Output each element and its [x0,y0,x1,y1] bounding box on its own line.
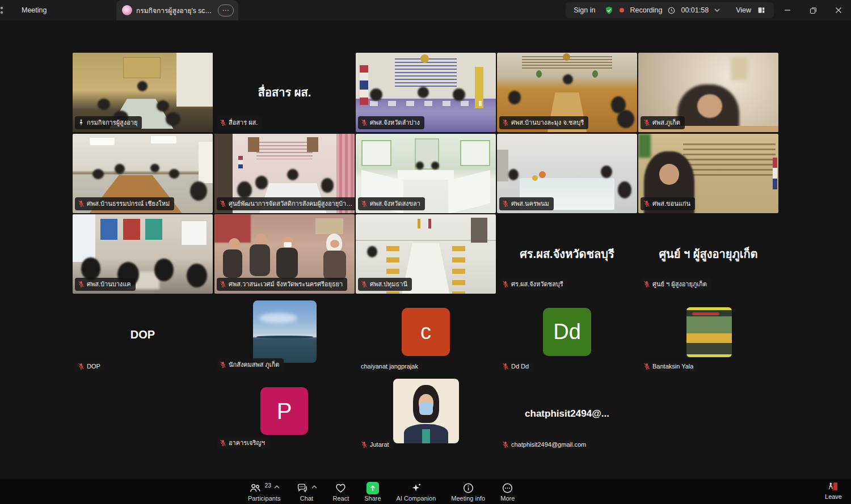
text-tile-suesan-phos[interactable]: สื่อสาร ผส. สื่อสาร ผส. [214,53,355,132]
avatar-tile-bantaksin[interactable]: Bantaksin Yala [638,295,778,374]
chat-button[interactable]: Chat [296,482,317,502]
meeting-toolbar: 23 Participants Chat [0,479,851,504]
participant-label: Jutarat [358,440,394,450]
view-button[interactable]: View [736,6,751,14]
participant-label: ศพส.วาสนะเวศม์ จังหวัดพระนครศรีอยุธยา [217,278,347,291]
participant-name: ศูนย์พัฒนาการจัดสวัสดิการสังคมผู้สูงอายุ… [229,198,353,209]
minimize-button[interactable] [775,0,801,20]
mic-muted-icon [78,363,85,370]
text-tile-dop[interactable]: DOP DOP [73,295,213,374]
video-tile-khon-kaen[interactable]: ศพส.ขอนแก่น [638,134,778,213]
meeting-tab[interactable]: Meeting [22,0,47,20]
avatar-tile-dd[interactable]: Dd Dd Dd [497,295,637,374]
video-tile-banglamung[interactable]: ศพส.บ้านบางละมุง จ.ชลบุรี [497,53,637,132]
participant-label: chaiyanat jangprajak [358,362,423,371]
share-button[interactable]: Share [364,482,381,502]
video-tile-songkhla[interactable]: ศพส.จังหวัดสงขลา [356,134,496,213]
view-layout-icon[interactable] [757,6,766,15]
participants-button[interactable]: 23 Participants [248,482,280,502]
maximize-button[interactable] [801,0,826,20]
video-tile-lampang[interactable]: ศพส.จังหวัดลำปาง [356,53,496,132]
participant-name: นักสังคมสพส ภูเก็ต [229,359,279,370]
react-label: React [332,495,349,502]
more-button[interactable]: More [500,482,515,502]
participant-name: กรมกิจการผู้สูงอายุ [87,117,137,128]
text-tile-phuket-center[interactable]: ศูนย์ ฯ ผู้สูงอายุภูเก็ต ศูนย์ ฯ ผู้สูงอ… [638,214,778,294]
participant-label: ศพส.จังหวัดสงขลา [358,197,425,210]
text-tile-chonburi[interactable]: ศร.ผส.จังหวัดชลบุรี ศร.ผส.จังหวัดชลบุรี [497,214,637,294]
avatar-tile-jutarat[interactable]: Jutarat [356,375,496,452]
mic-muted-icon [78,281,85,287]
leave-door-icon [827,480,840,493]
mic-muted-icon [643,200,650,207]
video-tile-buriram[interactable]: ศูนย์พัฒนาการจัดสวัสดิการสังคมผู้สูงอายุ… [214,134,355,213]
recording-dot-icon [620,8,624,12]
chat-chevron-icon[interactable] [311,485,317,489]
title-bar: Meeting กรมกิจการผู้สูงอายุ's screen ⋯ S… [0,0,851,20]
letter-avatar: c [402,308,450,356]
video-tile-phuket[interactable]: ศพส.ภูเก็ต [638,53,778,132]
participant-label: ศพส.ขอนแก่น [641,197,695,210]
screen-share-tab[interactable]: กรมกิจการผู้สูงอายุ's screen ⋯ [116,0,238,20]
heart-icon [334,482,347,494]
video-tile-krom-kitjakan[interactable]: กรมกิจการผู้สูงอายุ [73,53,213,132]
pin-icon [78,119,85,126]
participant-label: ศพส.บ้านธรรมปกรณ์ เชียงใหม่ [75,197,174,210]
ai-companion-button[interactable]: AI Companion [397,482,436,502]
participants-chevron-icon[interactable] [274,485,280,489]
window-controls [775,0,851,20]
screen-share-avatar [122,5,132,15]
participant-label: อาคารเจริญฯ [217,437,269,450]
avatar-tile-chaiyanat[interactable]: c chaiyanat jangprajak [356,295,496,374]
participants-icon [248,482,262,494]
participant-name: Bantaksin Yala [652,363,693,370]
mic-muted-icon [220,281,226,287]
tab-options-icon[interactable]: ⋯ [218,5,234,16]
mic-muted-icon [361,119,368,126]
video-tile-banbangkhae[interactable]: ศพส.บ้านบางแค [73,214,213,294]
participant-label: Dd Dd [499,362,533,371]
text-tile-chatphisit[interactable]: chatphisit2494@... chatphisit2494@gmail.… [497,375,637,452]
profile-photo-sea [253,300,317,363]
react-button[interactable]: React [332,482,349,502]
avatar-tile-naksangkhom-phuket[interactable]: นักสังคมสพส ภูเก็ต [214,295,355,374]
participant-label: ศพส.ภูเก็ต [641,116,685,129]
meeting-info-button[interactable]: Meeting info [451,482,485,502]
letter-avatar: Dd [543,308,591,356]
mic-muted-icon [361,441,368,448]
recording-label[interactable]: Recording [630,6,662,14]
participant-name: ศพส.บ้านธรรมปกรณ์ เชียงใหม่ [87,198,170,209]
mic-muted-icon [502,441,509,448]
video-tile-pathum-thani[interactable]: ศพส.ปทุมธานี [356,214,496,294]
video-tile-ayutthaya[interactable]: ศพส.วาสนะเวศม์ จังหวัดพระนครศรีอยุธยา [214,214,355,294]
mic-muted-icon [502,363,509,370]
participant-name: ศพส.ภูเก็ต [652,117,680,128]
avatar-letter: c [420,320,431,344]
participants-count: 23 [264,482,271,489]
participant-name: ศพส.บ้านบางละมุง จ.ชลบุรี [511,117,584,128]
participant-label: ศร.ผส.จังหวัดชลบุรี [499,278,568,291]
avatar-tile-akan-charoen[interactable]: P อาคารเจริญฯ [214,375,355,452]
meeting-tab-label: Meeting [22,6,47,14]
letter-avatar: P [260,387,308,435]
share-icon [366,482,379,494]
mic-muted-icon [220,439,226,446]
app-partial-icon [0,6,6,15]
ai-companion-label: AI Companion [397,495,436,502]
video-tile-chiangmai[interactable]: ศพส.บ้านธรรมปกรณ์ เชียงใหม่ [73,134,213,213]
video-tile-nakhon-phanom[interactable]: ศพส.นครพนม [497,134,637,213]
participant-label: ศพส.บ้านบางละมุง จ.ชลบุรี [499,116,588,129]
participant-name: chatphisit2494@gmail.com [511,441,586,448]
security-shield-icon[interactable] [604,6,614,15]
meeting-info-label: Meeting info [451,495,485,502]
sign-in-button[interactable]: Sign in [574,6,599,14]
clock-icon [668,7,675,14]
share-label: Share [364,495,381,502]
mic-muted-icon [220,119,226,126]
leave-button[interactable]: Leave [825,480,842,500]
participant-label: ศพส.ปทุมธานี [358,278,412,291]
timer-chevron-icon[interactable] [714,9,720,12]
close-button[interactable] [825,0,851,20]
participants-label: Participants [248,495,280,502]
meeting-timer: 00:01:58 [681,6,709,14]
